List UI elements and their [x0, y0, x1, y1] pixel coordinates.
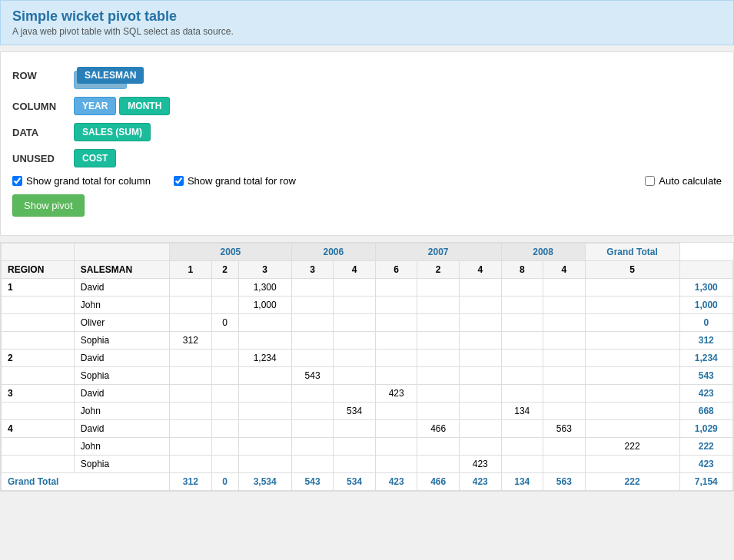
value-cell	[459, 403, 501, 420]
value-cell	[543, 332, 586, 350]
row-total-cell: 1,000	[679, 297, 732, 314]
auto-calculate-checkbox[interactable]	[645, 176, 655, 186]
region-cell	[2, 456, 75, 473]
value-cell	[211, 350, 238, 367]
data-label: DATA	[12, 127, 74, 138]
region-cell	[2, 332, 75, 350]
value-cell	[211, 332, 238, 350]
value-cell	[585, 385, 679, 403]
show-grand-total-row-option[interactable]: Show grand total for row	[174, 175, 296, 187]
value-cell	[211, 367, 238, 385]
row-total-cell: 1,029	[679, 420, 732, 438]
table-row: 3David423423	[2, 385, 733, 403]
value-cell	[459, 367, 501, 385]
value-cell: 543	[291, 367, 334, 385]
region-cell: 2	[2, 350, 75, 367]
tag-salesman[interactable]: SALESMAN	[77, 67, 144, 84]
salesman-cell: John	[74, 403, 169, 420]
column-config: COLUMN YEAR MONTH	[12, 97, 722, 115]
value-cell	[417, 438, 460, 456]
grand-total-label-cell: Grand Total	[2, 473, 170, 491]
value-cell	[238, 420, 291, 438]
row-total-cell: 543	[679, 367, 732, 385]
value-cell	[585, 332, 679, 350]
value-cell: 1,234	[238, 350, 291, 367]
value-cell: 563	[543, 420, 586, 438]
value-cell	[459, 385, 501, 403]
show-pivot-button[interactable]: Show pivot	[12, 194, 85, 217]
region-cell	[2, 403, 75, 420]
tag-month[interactable]: MONTH	[119, 97, 170, 115]
tag-year[interactable]: YEAR	[74, 97, 116, 115]
salesman-cell: Sophia	[74, 332, 169, 350]
grand-total-value-cell: 0	[211, 473, 238, 491]
value-cell	[459, 332, 501, 350]
pivot-table: 2005 2006 2007 2008 Grand Total REGION S…	[1, 243, 733, 491]
value-cell	[459, 350, 501, 367]
month-8-2007: 8	[501, 261, 543, 279]
show-grand-total-col-option[interactable]: Show grand total for column	[12, 175, 151, 187]
value-cell	[417, 279, 460, 297]
show-grand-total-row-checkbox[interactable]	[174, 176, 184, 186]
value-cell	[459, 420, 501, 438]
value-cell	[291, 438, 334, 456]
value-cell: 222	[585, 438, 679, 456]
month-3-2006: 3	[291, 261, 334, 279]
value-cell: 134	[501, 403, 543, 420]
row-config: ROW REGION SALESMAN	[12, 61, 722, 89]
table-row: 4David4665631,029	[2, 420, 733, 438]
grand-total-value-cell: 3,534	[238, 473, 291, 491]
auto-calculate-option[interactable]: Auto calculate	[645, 175, 722, 187]
row-total-cell: 1,300	[679, 279, 732, 297]
unused-tags: COST	[74, 149, 116, 167]
value-cell	[417, 456, 460, 473]
region-cell: 3	[2, 385, 75, 403]
row-total-cell: 423	[679, 385, 732, 403]
tag-cost[interactable]: COST	[74, 149, 116, 167]
value-cell	[170, 297, 212, 314]
month-2-2005: 2	[211, 261, 238, 279]
salesman-cell: David	[74, 420, 169, 438]
grand-total-col-header	[679, 261, 732, 279]
value-cell: 1,000	[238, 297, 291, 314]
value-cell	[170, 367, 212, 385]
year-header-row: 2005 2006 2007 2008 Grand Total	[2, 244, 733, 261]
value-cell	[417, 367, 460, 385]
value-cell	[291, 332, 334, 350]
value-cell	[375, 420, 417, 438]
grand-total-value-cell: 466	[417, 473, 460, 491]
value-cell	[375, 350, 417, 367]
month-5-2008: 5	[585, 261, 679, 279]
empty-th-1	[2, 244, 75, 261]
value-cell	[501, 420, 543, 438]
value-cell	[334, 314, 376, 332]
grand-total-header: Grand Total	[585, 244, 679, 261]
value-cell	[211, 279, 238, 297]
month-1-2005: 1	[170, 261, 212, 279]
tag-sales[interactable]: SALES (SUM)	[74, 123, 151, 141]
value-cell	[238, 403, 291, 420]
grand-total-value-cell: 543	[291, 473, 334, 491]
salesman-cell: David	[74, 279, 169, 297]
value-cell	[170, 456, 212, 473]
value-cell: 312	[170, 332, 212, 350]
pivot-table-container: 2005 2006 2007 2008 Grand Total REGION S…	[0, 242, 734, 492]
value-cell	[417, 350, 460, 367]
month-6-2006: 6	[375, 261, 417, 279]
region-cell	[2, 297, 75, 314]
table-row: John222222	[2, 438, 733, 456]
salesman-cell: David	[74, 350, 169, 367]
show-grand-total-col-checkbox[interactable]	[12, 176, 22, 186]
salesman-cell: David	[74, 385, 169, 403]
grand-total-value-cell: 134	[501, 473, 543, 491]
value-cell	[543, 403, 586, 420]
value-cell	[543, 456, 586, 473]
value-cell	[585, 314, 679, 332]
value-cell	[334, 438, 376, 456]
value-cell	[417, 297, 460, 314]
value-cell	[585, 297, 679, 314]
value-cell	[170, 385, 212, 403]
value-cell	[543, 279, 586, 297]
auto-calculate-label: Auto calculate	[659, 175, 722, 187]
value-cell	[375, 332, 417, 350]
